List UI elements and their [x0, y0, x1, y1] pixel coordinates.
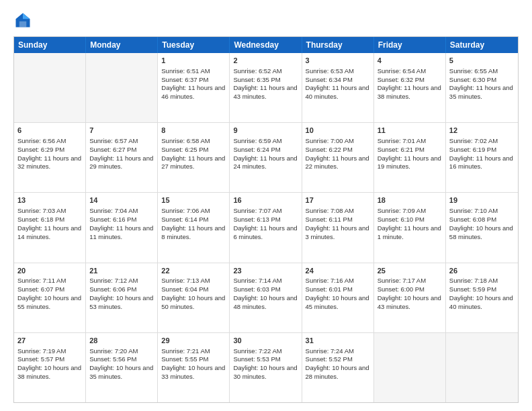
calendar-cell: 23Sunrise: 7:14 AMSunset: 6:03 PMDayligh… [230, 263, 302, 332]
sunrise-text: Sunrise: 6:58 AM [161, 137, 226, 146]
sunrise-text: Sunrise: 7:19 AM [17, 347, 82, 356]
calendar-body: 1Sunrise: 6:51 AMSunset: 6:37 PMDaylight… [14, 53, 518, 402]
calendar-cell [446, 333, 518, 402]
daylight-text: Daylight: 10 hours and 55 minutes. [17, 294, 82, 312]
daylight-text: Daylight: 11 hours and 29 minutes. [89, 154, 154, 172]
daylight-text: Daylight: 11 hours and 40 minutes. [306, 84, 370, 101]
sunset-text: Sunset: 5:59 PM [449, 285, 515, 294]
sunset-text: Sunset: 6:37 PM [161, 76, 226, 85]
calendar-cell: 15Sunrise: 7:06 AMSunset: 6:14 PMDayligh… [158, 193, 230, 262]
day-number: 7 [89, 126, 154, 136]
sunset-text: Sunset: 6:22 PM [306, 146, 370, 154]
calendar-row: 1Sunrise: 6:51 AMSunset: 6:37 PMDaylight… [14, 53, 518, 122]
day-number: 27 [17, 336, 82, 346]
day-number: 5 [449, 56, 515, 66]
daylight-text: Daylight: 11 hours and 35 minutes. [449, 84, 515, 101]
calendar-cell: 31Sunrise: 7:24 AMSunset: 5:52 PMDayligh… [302, 333, 374, 402]
sunrise-text: Sunrise: 7:12 AM [89, 277, 154, 285]
calendar-cell: 16Sunrise: 7:07 AMSunset: 6:13 PMDayligh… [230, 193, 302, 262]
day-number: 10 [306, 126, 370, 136]
sunset-text: Sunset: 6:07 PM [17, 285, 82, 294]
calendar: SundayMondayTuesdayWednesdayThursdayFrid… [13, 36, 519, 403]
day-number: 24 [306, 266, 370, 276]
day-number: 16 [233, 195, 298, 205]
weekday-header: Sunday [14, 37, 86, 53]
calendar-cell [86, 53, 158, 122]
sunset-text: Sunset: 5:53 PM [233, 355, 298, 364]
daylight-text: Daylight: 10 hours and 53 minutes. [89, 294, 154, 312]
calendar-cell: 11Sunrise: 7:01 AMSunset: 6:21 PMDayligh… [374, 123, 446, 192]
calendar-cell: 18Sunrise: 7:09 AMSunset: 6:10 PMDayligh… [374, 193, 446, 262]
daylight-text: Daylight: 11 hours and 22 minutes. [306, 154, 370, 172]
calendar-cell: 30Sunrise: 7:22 AMSunset: 5:53 PMDayligh… [230, 333, 302, 402]
day-number: 12 [449, 126, 515, 136]
sunrise-text: Sunrise: 6:52 AM [233, 67, 298, 76]
calendar-cell: 10Sunrise: 7:00 AMSunset: 6:22 PMDayligh… [302, 123, 374, 192]
sunset-text: Sunset: 6:30 PM [449, 76, 515, 85]
day-number: 18 [378, 195, 442, 205]
daylight-text: Daylight: 11 hours and 16 minutes. [449, 154, 515, 172]
sunset-text: Sunset: 6:10 PM [378, 216, 442, 224]
daylight-text: Daylight: 10 hours and 58 minutes. [449, 224, 515, 242]
daylight-text: Daylight: 11 hours and 6 minutes. [233, 224, 298, 242]
daylight-text: Daylight: 11 hours and 11 minutes. [89, 224, 154, 242]
sunrise-text: Sunrise: 7:18 AM [449, 277, 515, 285]
sunset-text: Sunset: 6:16 PM [89, 216, 154, 224]
day-number: 4 [378, 56, 442, 66]
day-number: 22 [161, 266, 226, 276]
calendar-cell: 4Sunrise: 6:54 AMSunset: 6:32 PMDaylight… [374, 53, 446, 122]
daylight-text: Daylight: 11 hours and 38 minutes. [378, 84, 442, 101]
sunrise-text: Sunrise: 7:09 AM [378, 207, 442, 216]
sunset-text: Sunset: 6:19 PM [449, 146, 515, 154]
day-number: 25 [378, 266, 442, 276]
calendar-cell: 22Sunrise: 7:13 AMSunset: 6:04 PMDayligh… [158, 263, 230, 332]
sunset-text: Sunset: 6:24 PM [233, 146, 298, 154]
logo-icon [13, 11, 32, 30]
calendar-cell: 2Sunrise: 6:52 AMSunset: 6:35 PMDaylight… [230, 53, 302, 122]
calendar-cell: 5Sunrise: 6:55 AMSunset: 6:30 PMDaylight… [446, 53, 518, 122]
logo [13, 11, 35, 30]
sunrise-text: Sunrise: 7:20 AM [89, 347, 154, 356]
day-number: 3 [306, 56, 370, 66]
weekday-header: Tuesday [158, 37, 230, 53]
calendar-header: SundayMondayTuesdayWednesdayThursdayFrid… [14, 37, 518, 53]
calendar-cell: 29Sunrise: 7:21 AMSunset: 5:55 PMDayligh… [158, 333, 230, 402]
daylight-text: Daylight: 10 hours and 33 minutes. [161, 364, 226, 381]
sunrise-text: Sunrise: 7:06 AM [161, 207, 226, 216]
day-number: 8 [161, 126, 226, 136]
sunrise-text: Sunrise: 7:00 AM [306, 137, 370, 146]
daylight-text: Daylight: 11 hours and 43 minutes. [233, 84, 298, 101]
sunset-text: Sunset: 6:25 PM [161, 146, 226, 154]
sunrise-text: Sunrise: 7:22 AM [233, 347, 298, 356]
calendar-cell [374, 333, 446, 402]
day-number: 20 [17, 266, 82, 276]
calendar-cell: 19Sunrise: 7:10 AMSunset: 6:08 PMDayligh… [446, 193, 518, 262]
daylight-text: Daylight: 10 hours and 35 minutes. [89, 364, 154, 381]
sunrise-text: Sunrise: 7:10 AM [449, 207, 515, 216]
daylight-text: Daylight: 11 hours and 46 minutes. [161, 84, 226, 101]
day-number: 28 [89, 336, 154, 346]
daylight-text: Daylight: 10 hours and 30 minutes. [233, 364, 298, 381]
calendar-cell: 1Sunrise: 6:51 AMSunset: 6:37 PMDaylight… [158, 53, 230, 122]
day-number: 19 [449, 195, 515, 205]
sunset-text: Sunset: 6:01 PM [306, 285, 370, 294]
weekday-header: Saturday [446, 37, 518, 53]
weekday-header: Wednesday [230, 37, 302, 53]
calendar-cell: 27Sunrise: 7:19 AMSunset: 5:57 PMDayligh… [14, 333, 86, 402]
sunrise-text: Sunrise: 7:03 AM [17, 207, 82, 216]
day-number: 9 [233, 126, 298, 136]
calendar-cell [14, 53, 86, 122]
day-number: 31 [306, 336, 370, 346]
svg-rect-2 [19, 21, 27, 28]
calendar-cell: 14Sunrise: 7:04 AMSunset: 6:16 PMDayligh… [86, 193, 158, 262]
sunset-text: Sunset: 6:08 PM [449, 216, 515, 224]
sunrise-text: Sunrise: 7:11 AM [17, 277, 82, 285]
calendar-row: 6Sunrise: 6:56 AMSunset: 6:29 PMDaylight… [14, 122, 518, 192]
calendar-cell: 6Sunrise: 6:56 AMSunset: 6:29 PMDaylight… [14, 123, 86, 192]
calendar-cell: 28Sunrise: 7:20 AMSunset: 5:56 PMDayligh… [86, 333, 158, 402]
day-number: 29 [161, 336, 226, 346]
calendar-cell: 9Sunrise: 6:59 AMSunset: 6:24 PMDaylight… [230, 123, 302, 192]
day-number: 1 [161, 56, 226, 66]
sunrise-text: Sunrise: 7:01 AM [378, 137, 442, 146]
calendar-cell: 7Sunrise: 6:57 AMSunset: 6:27 PMDaylight… [86, 123, 158, 192]
